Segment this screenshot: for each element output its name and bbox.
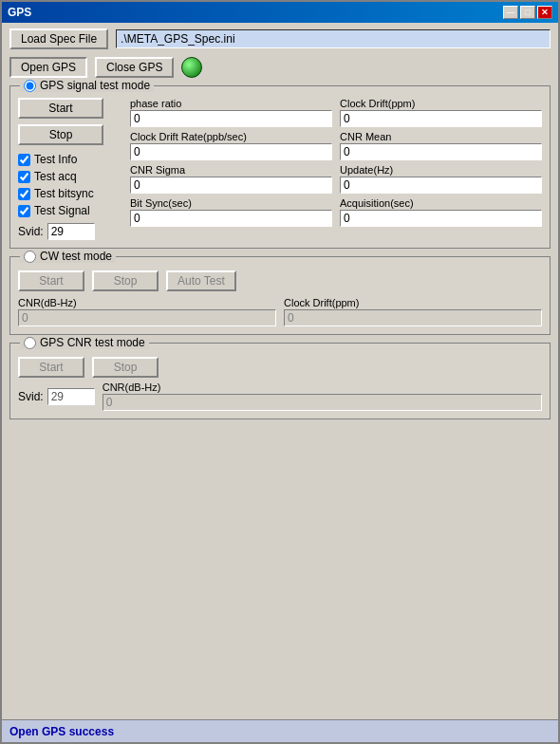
window-title: GPS — [8, 6, 31, 19]
test-info-row: Test Info — [18, 153, 122, 166]
cw-stop-button[interactable]: Stop — [92, 270, 159, 291]
title-bar-buttons: — □ ✕ — [503, 6, 552, 19]
phase-ratio-group: phase ratio — [130, 98, 332, 127]
cw-auto-test-button[interactable]: Auto Test — [166, 270, 236, 291]
title-bar: GPS — □ ✕ — [2, 2, 558, 23]
cw-fields: CNR(dB-Hz) Clock Drift(ppm) — [18, 297, 542, 326]
gps-signal-radio-label[interactable]: GPS signal test mode — [24, 79, 150, 92]
test-signal-checkbox[interactable] — [18, 205, 30, 217]
test-acq-row: Test acq — [18, 170, 122, 183]
row2: Clock Drift Rate(ppb/sec) CNR Mean — [130, 131, 542, 160]
status-text: Open GPS success — [9, 725, 114, 738]
gps-signal-content: Start Stop Test Info Test acq Test bitsy… — [18, 98, 542, 240]
svid-input[interactable] — [47, 223, 95, 240]
gps-signal-left-col: Start Stop Test Info Test acq Test bitsy… — [18, 98, 122, 240]
cnr-sigma-input[interactable] — [130, 177, 332, 194]
acquisition-input[interactable] — [340, 210, 542, 227]
gps-signal-start-button[interactable]: Start — [18, 98, 103, 119]
cw-radio-label[interactable]: CW test mode — [24, 250, 112, 263]
gps-cnr-fields: Svid: CNR(dB-Hz) — [18, 381, 542, 411]
close-gps-button[interactable]: Close GPS — [95, 57, 174, 78]
gps-cnr-stop-button[interactable]: Stop — [92, 357, 159, 378]
cw-cnr-group: CNR(dB-Hz) — [18, 297, 276, 326]
gps-cnr-buttons: Start Stop — [18, 357, 542, 378]
gps-signal-stop-button[interactable]: Stop — [18, 124, 103, 145]
update-hz-group: Update(Hz) — [340, 164, 542, 194]
cnr-sigma-group: CNR Sigma — [130, 164, 332, 194]
gps-signal-right-col: phase ratio Clock Drift(ppm) Clock Drift… — [130, 98, 542, 240]
gps-cnr-cnr-input[interactable] — [103, 394, 542, 411]
cw-group: CW test mode Start Stop Auto Test CNR(dB… — [9, 256, 551, 335]
clock-drift-group: Clock Drift(ppm) — [340, 98, 542, 127]
cw-clock-drift-input[interactable] — [284, 309, 542, 326]
test-signal-row: Test Signal — [18, 204, 122, 217]
gps-status-indicator — [181, 57, 202, 78]
window-body: Load Spec File .\META_GPS_Spec.ini Open … — [2, 23, 558, 719]
cw-cnr-input[interactable] — [18, 309, 276, 326]
cw-start-button[interactable]: Start — [18, 270, 84, 291]
load-spec-button[interactable]: Load Spec File — [9, 28, 108, 49]
clock-drift-rate-input[interactable] — [130, 143, 332, 160]
status-bar: Open GPS success — [2, 719, 558, 742]
phase-ratio-input[interactable] — [130, 110, 332, 127]
cw-radio[interactable] — [24, 251, 36, 263]
file-path-display: .\META_GPS_Spec.ini — [116, 29, 551, 48]
clock-drift-rate-group: Clock Drift Rate(ppb/sec) — [130, 131, 332, 160]
gps-cnr-start-button[interactable]: Start — [18, 357, 84, 378]
test-info-checkbox[interactable] — [18, 154, 30, 166]
gps-cnr-group: GPS CNR test mode Start Stop Svid: CNR(d… — [9, 343, 551, 419]
test-acq-checkbox[interactable] — [18, 171, 30, 183]
test-bitsync-row: Test bitsync — [18, 187, 122, 200]
top-bar: Load Spec File .\META_GPS_Spec.ini — [9, 28, 551, 49]
bit-sync-group: Bit Sync(sec) — [130, 197, 332, 227]
acquisition-group: Acquisition(sec) — [340, 197, 542, 227]
svid-row: Svid: — [18, 223, 122, 240]
gps-cnr-svid-row: Svid: — [18, 381, 95, 411]
row3: CNR Sigma Update(Hz) — [130, 164, 542, 194]
middle-bar: Open GPS Close GPS — [9, 57, 551, 78]
gps-cnr-radio[interactable] — [24, 337, 36, 349]
open-gps-button[interactable]: Open GPS — [9, 57, 87, 78]
bit-sync-input[interactable] — [130, 210, 332, 227]
row1: phase ratio Clock Drift(ppm) — [130, 98, 542, 127]
gps-cnr-svid-input[interactable] — [47, 388, 95, 405]
gps-cnr-cnr-group: CNR(dB-Hz) — [103, 381, 542, 411]
gps-signal-group: GPS signal test mode Start Stop Test Inf… — [9, 85, 551, 249]
main-window: GPS — □ ✕ Load Spec File .\META_GPS_Spec… — [0, 0, 560, 744]
gps-cnr-radio-label[interactable]: GPS CNR test mode — [24, 336, 145, 349]
update-hz-input[interactable] — [340, 177, 542, 194]
cw-buttons: Start Stop Auto Test — [18, 270, 542, 291]
maximize-button[interactable]: □ — [520, 6, 535, 19]
test-bitsync-checkbox[interactable] — [18, 188, 30, 200]
minimize-button[interactable]: — — [503, 6, 518, 19]
cw-clock-drift-group: Clock Drift(ppm) — [284, 297, 542, 326]
cnr-mean-input[interactable] — [340, 143, 542, 160]
cnr-mean-group: CNR Mean — [340, 131, 542, 160]
gps-signal-radio[interactable] — [24, 80, 36, 92]
close-button[interactable]: ✕ — [537, 6, 552, 19]
clock-drift-input[interactable] — [340, 110, 542, 127]
row4: Bit Sync(sec) Acquisition(sec) — [130, 197, 542, 227]
